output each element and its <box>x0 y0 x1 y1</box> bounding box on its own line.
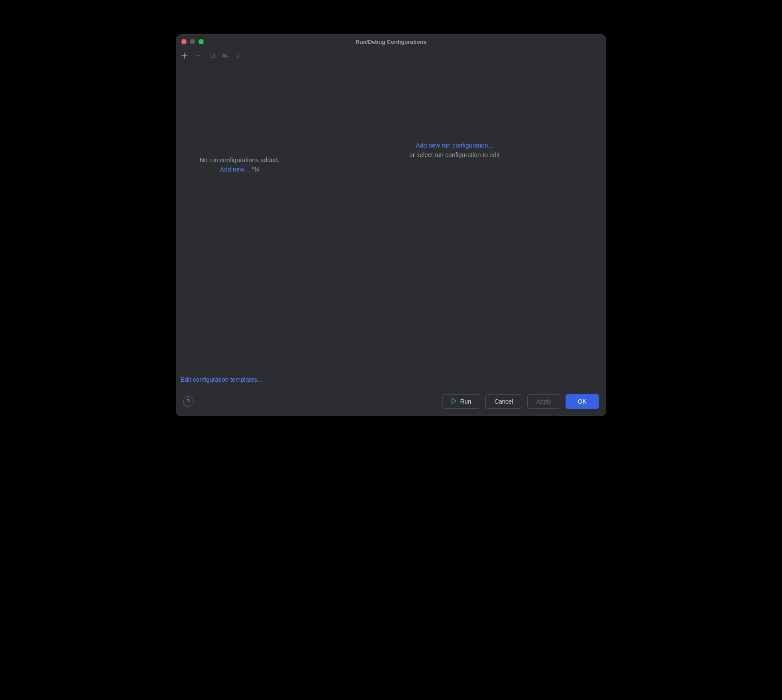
empty-message: No run configurations added. <box>199 157 279 163</box>
svg-text:a: a <box>240 53 241 55</box>
copy-icon[interactable] <box>208 52 216 60</box>
run-debug-config-window: Run/Debug Configurations az <box>176 34 606 416</box>
add-new-link[interactable]: Add new... <box>220 166 249 173</box>
svg-text:z: z <box>240 56 241 58</box>
titlebar: Run/Debug Configurations <box>176 35 606 48</box>
sidebar-footer: Edit configuration templates... <box>176 372 303 389</box>
window-title: Run/Debug Configurations <box>176 39 606 45</box>
add-new-row: Add new... ^N <box>220 166 259 173</box>
play-icon <box>451 398 457 405</box>
add-new-run-config-link[interactable]: Add new run configuration... <box>416 142 493 149</box>
remove-icon[interactable] <box>194 52 202 60</box>
footer: ? Run Cancel Apply OK <box>176 389 606 416</box>
cancel-button[interactable]: Cancel <box>485 394 522 409</box>
apply-button[interactable]: Apply <box>527 394 560 409</box>
main-area: Add new run configuration... or select r… <box>303 48 606 389</box>
traffic-lights <box>181 39 204 44</box>
sort-az-icon[interactable]: az <box>235 52 243 60</box>
run-button-label: Run <box>460 398 471 405</box>
close-icon[interactable] <box>181 39 186 44</box>
add-new-shortcut: ^N <box>252 166 259 173</box>
main-hint: or select run configuration to edit <box>409 151 499 158</box>
ok-button-label: OK <box>578 398 586 405</box>
cancel-button-label: Cancel <box>494 398 513 405</box>
apply-button-label: Apply <box>536 398 551 405</box>
svg-rect-0 <box>210 53 214 57</box>
sidebar: az No run configurations added. Add new.… <box>176 48 303 389</box>
edit-templates-link[interactable]: Edit configuration templates... <box>180 376 262 383</box>
toolstrip: az <box>176 48 303 63</box>
maximize-icon[interactable] <box>199 39 204 44</box>
save-template-icon[interactable] <box>222 52 229 60</box>
add-icon[interactable] <box>180 52 188 60</box>
minimize-icon[interactable] <box>190 39 195 44</box>
body: az No run configurations added. Add new.… <box>176 48 606 389</box>
ok-button[interactable]: OK <box>565 394 599 409</box>
run-button[interactable]: Run <box>442 394 480 409</box>
help-icon: ? <box>186 398 190 405</box>
help-button[interactable]: ? <box>183 396 193 407</box>
config-tree-empty: No run configurations added. Add new... … <box>176 63 303 372</box>
